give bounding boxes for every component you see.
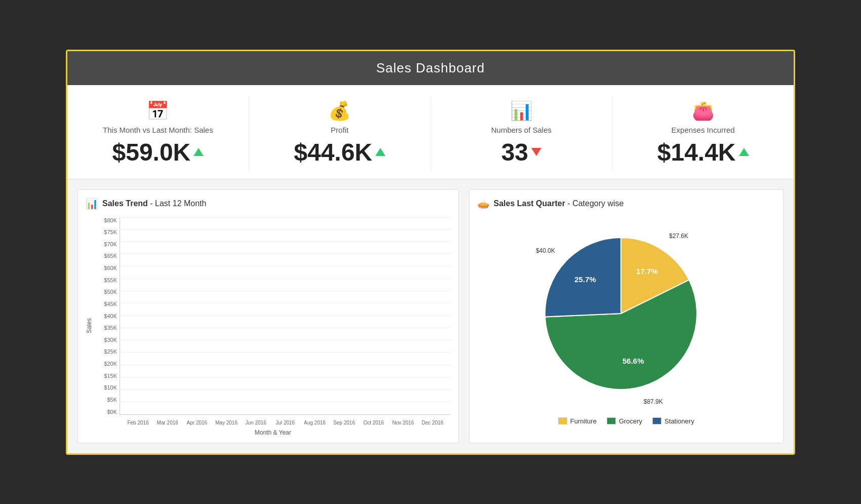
y-axis-tick: $60K	[95, 265, 117, 271]
bar-chart-body: $80K$75K$70K$65K$60K$55K$50K$45K$40K$35K…	[95, 217, 451, 435]
bar-chart-title-text: Sales Trend - Last 12 Month	[102, 199, 206, 208]
bar-chart-container: 📊 Sales Trend - Last 12 Month Sales $80K…	[77, 189, 459, 443]
kpi-label-expenses: Expenses Incurred	[622, 126, 784, 134]
pie-chart-title-text: Sales Last Quarter - Category wise	[494, 199, 624, 208]
y-axis-tick: $55K	[95, 277, 117, 283]
y-axis-tick: $30K	[95, 337, 117, 343]
kpi-icon-profit: 💰	[259, 100, 420, 122]
kpi-label-profit: Profit	[259, 126, 420, 134]
bar-chart-inner: Sales $80K$75K$70K$65K$60K$55K$50K$45K$4…	[86, 217, 451, 435]
legend-color-grocery	[607, 417, 616, 424]
y-axis-tick: $35K	[95, 325, 117, 331]
y-axis-tick: $75K	[95, 229, 117, 235]
pie-pct-grocery: 56.6%	[622, 357, 644, 365]
kpi-number-expenses: $14.4K	[657, 138, 736, 166]
legend-label-stationery: Stationery	[664, 417, 694, 425]
charts-row: 📊 Sales Trend - Last 12 Month Sales $80K…	[67, 179, 794, 453]
y-axis-tick: $20K	[95, 361, 117, 367]
pie-amount-grocery: $87.9K	[644, 398, 663, 405]
dashboard-container: Sales Dashboard 📅This Month vs Last Mont…	[66, 50, 795, 455]
kpi-label-sales: This Month vs Last Month: Sales	[77, 126, 239, 134]
y-axis-tick: $25K	[95, 348, 117, 355]
legend-color-stationery	[652, 417, 661, 424]
bar-chart-icon: 📊	[86, 198, 98, 210]
kpi-arrow-expenses	[739, 148, 749, 156]
x-axis-tick: May 2016	[212, 420, 240, 425]
legend-label-grocery: Grocery	[619, 417, 642, 425]
kpi-card-num_sales: 📊Numbers of Sales33	[431, 95, 613, 171]
kpi-arrow-profit	[375, 148, 385, 156]
x-axis-tick: Sep 2016	[330, 420, 358, 425]
kpi-value-sales: $59.0K	[77, 138, 239, 166]
kpi-value-expenses: $14.4K	[622, 138, 784, 166]
pie-chart-title: 🥧 Sales Last Quarter - Category wise	[477, 198, 776, 210]
bars-row	[120, 217, 451, 414]
pie-pct-furniture: 17.7%	[636, 267, 658, 276]
legend-item-furniture: Furniture	[558, 417, 597, 425]
y-axis-tick: $15K	[95, 373, 117, 379]
x-axis-tick: Feb 2016	[124, 420, 152, 425]
x-axis-tick: Dec 2016	[418, 420, 446, 425]
bars-region: Feb 2016Mar 2016Apr 2016May 2016Jun 2016…	[120, 217, 451, 415]
y-axis-tick: $70K	[95, 241, 117, 247]
y-axis-tick: $65K	[95, 253, 117, 259]
pie-svg: 17.7%$27.6K56.6%$87.9K25.7%$40.0K	[520, 217, 732, 410]
pie-chart-icon: 🥧	[477, 198, 490, 210]
pie-pct-stationery: 25.7%	[575, 275, 597, 283]
x-axis-label: Month & Year	[95, 429, 451, 436]
pie-amount-furniture: $27.6K	[669, 232, 688, 240]
y-axis-tick: $80K	[95, 217, 117, 223]
kpi-number-num_sales: 33	[501, 138, 528, 166]
kpi-value-profit: $44.6K	[259, 138, 420, 166]
y-axis-tick: $40K	[95, 313, 117, 319]
x-axis-tick: Nov 2016	[389, 420, 417, 425]
kpi-icon-sales: 📅	[77, 100, 239, 122]
x-axis-tick: Apr 2016	[183, 420, 211, 425]
y-axis-tick: $50K	[95, 289, 117, 295]
kpi-row: 📅This Month vs Last Month: Sales$59.0K💰P…	[67, 85, 794, 179]
y-axis-tick: $45K	[95, 301, 117, 307]
y-axis-tick: $10K	[95, 384, 117, 391]
kpi-icon-num_sales: 📊	[441, 100, 602, 122]
x-axis-tick: Jun 2016	[242, 420, 270, 425]
kpi-label-num_sales: Numbers of Sales	[441, 126, 602, 134]
legend-color-furniture	[558, 417, 567, 424]
x-axis-tick: Jul 2016	[271, 420, 299, 425]
bar-chart-plot: $80K$75K$70K$65K$60K$55K$50K$45K$40K$35K…	[95, 217, 451, 415]
y-axis-label-wrapper: Sales	[86, 217, 95, 435]
dashboard-title: Sales Dashboard	[376, 60, 485, 75]
legend-label-furniture: Furniture	[570, 417, 597, 425]
y-axis-tick: $0K	[95, 409, 117, 415]
kpi-card-expenses: 👛Expenses Incurred$14.4K	[612, 95, 794, 171]
y-axis-label: Sales	[86, 318, 93, 333]
pie-amount-stationery: $40.0K	[536, 247, 555, 254]
pie-chart-container: 🥧 Sales Last Quarter - Category wise 17.…	[469, 189, 784, 443]
kpi-number-profit: $44.6K	[294, 138, 372, 166]
x-axis-tick: Mar 2016	[153, 420, 181, 425]
x-labels-row: Feb 2016Mar 2016Apr 2016May 2016Jun 2016…	[120, 420, 451, 425]
y-axis-tick: $5K	[95, 397, 117, 403]
x-axis-tick: Aug 2016	[301, 420, 329, 425]
kpi-arrow-num_sales	[531, 148, 541, 156]
kpi-value-num_sales: 33	[441, 138, 602, 166]
legend-item-grocery: Grocery	[607, 417, 642, 425]
legend-item-stationery: Stationery	[652, 417, 694, 425]
dashboard-header: Sales Dashboard	[67, 51, 794, 85]
kpi-card-profit: 💰Profit$44.6K	[249, 95, 431, 171]
kpi-number-sales: $59.0K	[112, 138, 190, 166]
x-axis-tick: Oct 2016	[360, 420, 387, 425]
kpi-icon-expenses: 👛	[622, 100, 784, 122]
pie-chart-body: 17.7%$27.6K56.6%$87.9K25.7%$40.0K Furnit…	[477, 217, 776, 425]
y-axis-labels: $80K$75K$70K$65K$60K$55K$50K$45K$40K$35K…	[95, 217, 120, 415]
pie-legend: FurnitureGroceryStationery	[558, 417, 694, 425]
kpi-card-sales: 📅This Month vs Last Month: Sales$59.0K	[67, 95, 249, 171]
kpi-arrow-sales	[193, 148, 204, 156]
bar-chart-title: 📊 Sales Trend - Last 12 Month	[86, 198, 451, 210]
pie-svg-wrapper: 17.7%$27.6K56.6%$87.9K25.7%$40.0K	[520, 217, 732, 410]
